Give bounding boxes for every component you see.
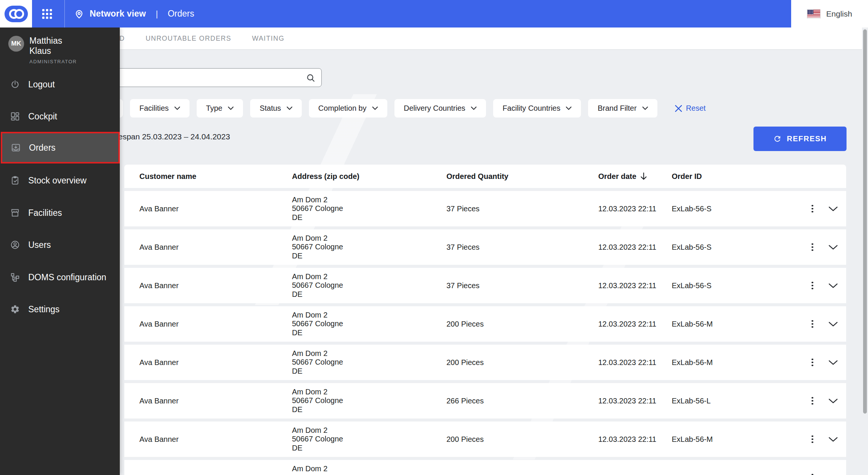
app-title: Network view (90, 9, 146, 19)
customer-name-cell: Ava Banner (139, 281, 292, 290)
ordered-quantity-cell: 200 Pieces (446, 358, 598, 367)
hierarchy-icon (10, 272, 20, 282)
chevron-down-icon (566, 107, 572, 110)
chevron-down-icon (228, 107, 234, 110)
row-expand-button[interactable] (827, 397, 839, 405)
row-menu-button[interactable] (809, 433, 816, 446)
chevron-down-icon (828, 245, 838, 250)
column-order-id: Order ID (672, 172, 809, 181)
refresh-icon (773, 134, 782, 143)
address-cell: Am Dom 250667 CologneDE (292, 349, 446, 376)
row-expand-button[interactable] (827, 435, 839, 443)
row-menu-button[interactable] (809, 318, 816, 330)
filter-chip-brand-filter[interactable]: Brand Filter (588, 99, 657, 118)
sidebar-item-users[interactable]: Users (0, 236, 120, 254)
tab-unroutable-orders[interactable]: UNROUTABLE ORDERS (145, 35, 231, 43)
address-line: 50667 Cologne (292, 396, 446, 405)
order-date-cell: 12.03.2023 22:11 (598, 358, 672, 367)
customer-name-cell: Ava Banner (139, 320, 292, 328)
ordered-quantity-cell: 37 Pieces (446, 281, 598, 290)
chevron-down-icon (828, 360, 838, 365)
row-expand-button[interactable] (827, 282, 839, 290)
row-menu-button[interactable] (809, 280, 816, 292)
row-expand-button[interactable] (827, 320, 839, 328)
search-icon[interactable] (306, 73, 316, 83)
chevron-down-icon (471, 107, 477, 110)
title-separator: | (156, 9, 158, 19)
sidebar-item-doms-configuration[interactable]: DOMS configuration (0, 268, 120, 286)
chevron-down-icon (828, 283, 838, 288)
address-cell: Am Dom 250667 CologneDE (292, 311, 446, 338)
filter-bar: Facilities Type Status Completion by Del… (113, 99, 706, 118)
row-expand-button[interactable] (827, 243, 839, 251)
customer-name-cell: Ava Banner (139, 205, 292, 213)
order-id-cell: ExLab-56-M (672, 435, 809, 444)
address-cell: Am Dom 250667 CologneDE (292, 195, 446, 222)
row-menu-button[interactable] (809, 241, 816, 254)
chevron-down-icon (828, 322, 838, 327)
table-row: Ava Banner Am Dom 250667 CologneDE 37 Pi… (124, 268, 846, 303)
sort-descending-icon (640, 172, 647, 181)
filter-chip-delivery-countries[interactable]: Delivery Countries (394, 99, 486, 118)
search-input[interactable] (101, 70, 299, 85)
order-id-cell: ExLab-56-L (672, 397, 809, 405)
row-menu-button[interactable] (809, 472, 816, 475)
filter-chip-status[interactable]: Status (250, 99, 302, 118)
tab-partial[interactable]: D (119, 35, 125, 43)
sidebar-item-orders[interactable]: Orders (1, 132, 120, 163)
row-menu-button[interactable] (809, 203, 816, 215)
customer-name-cell: Ava Banner (139, 243, 292, 252)
tab-waiting[interactable]: WAITING (252, 35, 284, 43)
user-role: ADMINISTRATOR (29, 59, 77, 64)
clipboard-check-icon (10, 176, 20, 185)
chevron-down-icon (372, 107, 378, 110)
row-expand-button[interactable] (827, 205, 839, 213)
reset-label: Reset (686, 104, 706, 113)
sidebar-item-stock-overview[interactable]: Stock overview (0, 171, 120, 189)
row-menu-button[interactable] (809, 356, 816, 369)
orders-table: Customer name Address (zip code) Ordered… (124, 165, 846, 475)
address-cell: Am Dom 250667 CologneDE (292, 426, 446, 453)
vertical-scrollbar[interactable] (863, 29, 867, 414)
user-circle-icon (10, 240, 20, 250)
address-line: Am Dom 2 (292, 388, 446, 397)
table-row: Ava Banner Am Dom 250667 CologneDE 200 P… (124, 422, 846, 457)
address-line: DE (292, 213, 446, 222)
ordered-quantity-cell: 266 Pieces (446, 397, 598, 405)
chevron-down-icon (828, 399, 838, 403)
app-logo[interactable] (0, 0, 32, 27)
sidebar-item-settings[interactable]: Settings (0, 300, 120, 318)
chevron-down-icon (642, 107, 648, 110)
refresh-button[interactable]: REFRESH (753, 127, 847, 151)
order-date-cell: 12.03.2023 22:11 (598, 205, 672, 213)
filter-chip-facilities[interactable]: Facilities (130, 99, 189, 118)
page-title: Orders (168, 9, 194, 19)
navigation-drawer: MK Matthias Klaus ADMINISTRATOR Logout C… (0, 27, 120, 475)
table-header: Customer name Address (zip code) Ordered… (124, 165, 846, 188)
timespan-text: espan 25.03.2023 – 24.04.2023 (118, 132, 230, 141)
customer-name-cell: Ava Banner (139, 397, 292, 405)
column-order-date[interactable]: Order date (598, 172, 672, 181)
gear-icon (10, 304, 20, 314)
avatar: MK (8, 36, 24, 52)
sidebar-item-cockpit[interactable]: Cockpit (0, 107, 120, 125)
chevron-down-icon (828, 206, 838, 211)
column-customer-name: Customer name (139, 172, 292, 181)
filter-chip-facility-countries[interactable]: Facility Countries (493, 99, 581, 118)
row-expand-button[interactable] (827, 359, 839, 367)
ordered-quantity-cell: 200 Pieces (446, 320, 598, 328)
address-line: 50667 Cologne (292, 319, 446, 328)
address-cell: Am Dom 250667 CologneDE (292, 234, 446, 261)
sidebar-item-facilities[interactable]: Facilities (0, 204, 120, 222)
sidebar-item-logout[interactable]: Logout (0, 75, 120, 93)
row-expand-button[interactable] (827, 474, 839, 475)
reset-filters-button[interactable]: Reset (675, 104, 706, 113)
column-ordered-quantity: Ordered Quantity (446, 172, 598, 181)
row-menu-button[interactable] (809, 395, 816, 407)
address-line: DE (292, 444, 446, 453)
app-switcher-icon[interactable] (42, 9, 52, 19)
brand-logo-icon (5, 6, 28, 22)
filter-chip-type[interactable]: Type (197, 99, 243, 118)
language-selector[interactable]: English (791, 0, 868, 27)
filter-chip-completion-by[interactable]: Completion by (309, 99, 387, 118)
